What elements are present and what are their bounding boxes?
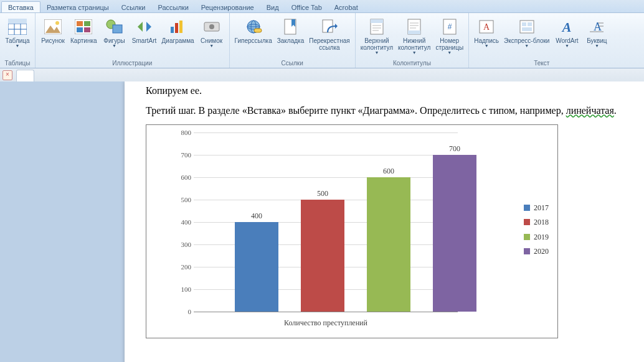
chevron-down-icon: ▼ [112,44,116,48]
ribbon: Таблица ▼ Таблицы Рисунок Картинка Фигур… [0,13,644,68]
embedded-chart[interactable]: 0100200300400500600700800 400500600700 К… [146,124,558,338]
dropcap-icon: A [587,17,607,37]
chevron-down-icon: ▼ [209,44,214,48]
tab-mailings[interactable]: Рассылки [151,2,194,12]
svg-rect-5 [8,19,27,24]
pagenum-label: Номер страницы [435,37,463,51]
textbox-icon: A [476,17,496,37]
svg-rect-20 [179,21,182,33]
close-doc-tab[interactable]: × [2,70,12,80]
svg-text:A: A [483,22,490,32]
svg-marker-31 [335,24,338,29]
group-illustrations: Рисунок Картинка Фигуры ▼ SmartArt Диагр… [36,13,230,68]
quickparts-button[interactable]: Экспресс-блоки ▼ [501,14,552,49]
tab-office-tab[interactable]: Office Tab [285,2,328,12]
clipart-label: Картинка [70,37,97,44]
spellcheck-word[interactable]: линейчатая [566,105,614,116]
document-page[interactable]: Копируем ее. Третий шаг. В разделе «Вста… [125,81,644,362]
dropcap-button[interactable]: A Буквиц ▼ [582,14,612,49]
group-headerfooter: Верхний колонтитул ▼ Нижний колонтитул ▼… [356,13,469,68]
chevron-down-icon: ▼ [485,44,489,48]
legend-label: 2018 [534,217,549,227]
legend-item: 2018 [524,217,549,227]
shapes-button[interactable]: Фигуры ▼ [100,14,130,49]
smartart-icon [135,17,154,37]
y-tick: 100 [181,285,192,294]
table-button[interactable]: Таблица ▼ [2,14,32,49]
y-tick: 300 [181,240,192,249]
y-axis: 0100200300400500600700800 [171,132,194,312]
group-tables-label: Таблицы [2,60,32,68]
svg-rect-15 [113,25,122,33]
document-tab[interactable] [16,70,34,81]
tab-references[interactable]: Ссылки [115,2,152,12]
bar-value-label: 500 [301,188,344,198]
chart-label: Диаграмма [162,37,194,44]
group-text-label: Текст [471,60,612,68]
chart-icon [168,17,188,37]
tab-review[interactable]: Рецензирование [195,2,260,12]
legend-item: 2020 [524,246,549,256]
shapes-icon [105,17,125,37]
wordart-button[interactable]: A WordArt ▼ [552,14,582,49]
chart-bar: 400 [235,222,278,312]
paragraph-2[interactable]: Третий шаг. В разделе «Вставка» выберите… [146,104,644,118]
picture-label: Рисунок [41,37,65,44]
chart-bar: 600 [367,177,410,312]
x-axis-title: Количество преступлений [194,318,458,328]
chart-bars: 400500600700 [194,132,458,312]
svg-rect-48 [528,22,532,26]
svg-rect-38 [408,30,420,34]
legend-swatch [524,234,530,240]
document-tab-bar: × [0,68,644,83]
screenshot-icon [202,17,222,37]
svg-marker-16 [138,22,143,32]
textbox-button[interactable]: A Надпись ▼ [471,14,501,49]
bookmark-label: Закладка [277,37,304,44]
crossref-button[interactable]: Перекрестная ссылка [306,14,352,52]
pagenum-icon: # [440,17,460,37]
header-label: Верхний колонтитул [361,37,393,51]
bookmark-button[interactable]: Закладка [275,14,306,45]
footer-button[interactable]: Нижний колонтитул ▼ [395,14,433,56]
bar-value-label: 400 [235,211,278,221]
tab-acrobat[interactable]: Acrobat [328,2,364,12]
y-tick: 600 [181,173,192,182]
header-icon [367,17,387,37]
hyperlink-button[interactable]: Гиперссылка [232,14,275,45]
tab-view[interactable]: Вид [260,2,285,12]
tab-insert[interactable]: Вставка [1,1,40,12]
document-area[interactable]: Копируем ее. Третий шаг. В разделе «Вста… [0,81,644,362]
crossref-icon [320,17,339,37]
chart-bar: 500 [301,200,344,312]
pagenum-button[interactable]: # Номер страницы ▼ [433,14,466,56]
footer-icon [404,17,424,37]
y-tick: 200 [181,262,192,272]
svg-text:#: # [447,22,452,31]
smartart-button[interactable]: SmartArt [130,14,159,45]
legend-swatch [524,205,530,211]
hyperlink-label: Гиперссылка [235,37,272,44]
group-headerfooter-label: Колонтитулы [358,60,466,68]
chart-button[interactable]: Диаграмма [159,14,197,45]
paragraph-1[interactable]: Копируем ее. [146,84,644,98]
screenshot-button[interactable]: Снимок ▼ [197,14,227,49]
legend-label: 2020 [534,246,549,256]
svg-point-22 [209,24,214,29]
svg-marker-17 [146,22,151,32]
clipart-button[interactable]: Картинка [68,14,100,45]
wordart-icon: A [557,17,577,37]
header-button[interactable]: Верхний колонтитул ▼ [358,14,395,56]
svg-rect-49 [522,27,532,31]
tab-page-layout[interactable]: Разметка страницы [40,2,115,12]
picture-button[interactable]: Рисунок [38,14,68,45]
chevron-down-icon: ▼ [447,50,452,55]
legend-item: 2019 [524,232,549,242]
chevron-down-icon: ▼ [524,44,529,48]
paragraph-2-tail: . [614,105,617,116]
group-tables: Таблица ▼ Таблицы [0,13,36,68]
legend-label: 2017 [534,203,549,213]
chevron-down-icon: ▼ [595,44,599,48]
paragraph-2-text: Третий шаг. В разделе «Вставка» выберите… [146,105,566,116]
ribbon-tabs: Вставка Разметка страницы Ссылки Рассылк… [0,0,644,13]
